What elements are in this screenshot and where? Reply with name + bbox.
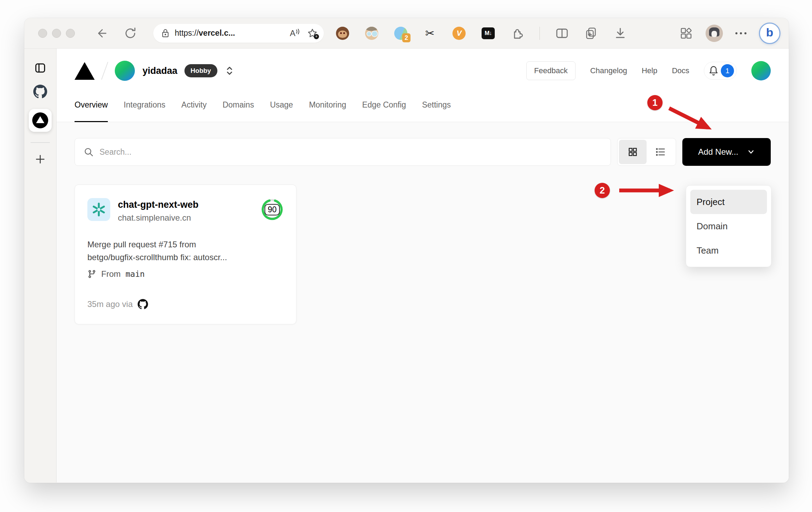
tab-integrations[interactable]: Integrations xyxy=(124,88,165,122)
browser-toolbar: https://vercel.c... A + 2 ✂ V M↓ xyxy=(24,18,789,49)
grid-view-icon xyxy=(627,146,639,158)
downloads-button[interactable] xyxy=(613,26,627,40)
browser-profile-avatar[interactable] xyxy=(706,25,723,42)
project-logo xyxy=(87,198,110,221)
help-link[interactable]: Help xyxy=(642,66,657,75)
github-icon xyxy=(138,299,148,309)
add-favorite-button[interactable]: + xyxy=(307,28,318,39)
list-view-button[interactable] xyxy=(647,140,674,164)
collections-icon xyxy=(584,26,598,40)
view-toggle-group xyxy=(617,138,676,166)
split-screen-icon xyxy=(555,26,569,40)
close-window-button[interactable] xyxy=(38,29,47,38)
clipper-extension-icon[interactable]: ✂ xyxy=(423,26,437,40)
team-switcher-chevrons-icon[interactable] xyxy=(224,65,235,77)
minimize-window-button[interactable] xyxy=(52,29,61,38)
search-box[interactable] xyxy=(75,138,611,166)
collections-button[interactable] xyxy=(584,26,598,40)
proxy-extension-icon[interactable]: 2 xyxy=(394,26,408,40)
tab-settings[interactable]: Settings xyxy=(422,88,451,122)
project-domain[interactable]: chat.simplenaive.cn xyxy=(118,213,199,223)
search-input[interactable] xyxy=(100,147,602,157)
add-new-button[interactable]: Add New... xyxy=(682,138,771,166)
tampermonkey-extension-icon[interactable] xyxy=(336,26,349,40)
toolbar-divider xyxy=(539,27,540,40)
avatar-extension-icon[interactable] xyxy=(365,26,379,40)
github-sidebar-icon[interactable] xyxy=(33,85,47,99)
menu-item-domain[interactable]: Domain xyxy=(690,214,767,238)
branch-name[interactable]: main xyxy=(126,270,145,279)
openai-logo-icon xyxy=(91,202,107,217)
plus-icon: + xyxy=(314,34,319,39)
latest-commit-message[interactable]: Merge pull request #715 from betgo/bugfi… xyxy=(87,238,284,264)
download-icon xyxy=(613,26,627,40)
breadcrumb-slash xyxy=(101,62,108,79)
changelog-link[interactable]: Changelog xyxy=(590,66,627,75)
add-new-dropdown: Project Domain Team xyxy=(686,185,771,267)
zoom-window-button[interactable] xyxy=(66,29,75,38)
new-tab-plus-icon[interactable] xyxy=(34,153,46,165)
address-bar[interactable]: https://vercel.c... A + xyxy=(153,24,324,43)
feedback-button[interactable]: Feedback xyxy=(526,61,576,80)
sidebar-divider xyxy=(31,142,50,143)
tab-edge-config[interactable]: Edge Config xyxy=(362,88,406,122)
plan-badge: Hobby xyxy=(184,64,217,77)
tab-activity[interactable]: Activity xyxy=(181,88,207,122)
user-avatar[interactable] xyxy=(751,61,771,80)
projects-content: Add New... xyxy=(57,122,789,483)
tab-domains[interactable]: Domains xyxy=(223,88,254,122)
apps-grid-icon xyxy=(679,26,693,40)
v-extension-icon[interactable]: V xyxy=(452,26,466,40)
markdown-extension-icon[interactable]: M↓ xyxy=(481,26,495,40)
back-button[interactable] xyxy=(95,27,108,40)
url-text: https://vercel.c... xyxy=(175,28,235,38)
vercel-header: yidadaa Hobby Feedback Changelog Help Do… xyxy=(57,49,789,88)
notifications-button[interactable]: 1 xyxy=(704,62,737,80)
vercel-logo[interactable] xyxy=(75,62,95,80)
tab-monitoring[interactable]: Monitoring xyxy=(309,88,346,122)
analytics-score[interactable]: 90 xyxy=(261,198,284,221)
project-card[interactable]: chat-gpt-next-web chat.simplenaive.cn 90 xyxy=(75,185,296,324)
extensions-menu-button[interactable] xyxy=(510,26,524,40)
reload-button[interactable] xyxy=(123,26,137,40)
score-value: 90 xyxy=(265,204,280,215)
settings-menu-button[interactable] xyxy=(735,32,746,34)
git-branch-icon xyxy=(87,270,96,279)
deployment-meta: 35m ago via xyxy=(87,299,284,309)
lock-icon xyxy=(161,28,170,39)
extension-icons: 2 ✂ V M↓ xyxy=(336,26,627,40)
bing-chat-button[interactable]: b xyxy=(759,23,780,44)
tab-usage[interactable]: Usage xyxy=(270,88,293,122)
menu-item-team[interactable]: Team xyxy=(690,238,767,263)
grid-view-button[interactable] xyxy=(619,140,647,164)
branch-prefix: From xyxy=(101,269,121,279)
team-avatar[interactable] xyxy=(115,61,135,81)
sound-waves-icon xyxy=(295,28,300,36)
back-arrow-icon xyxy=(95,27,108,40)
browser-window: https://vercel.c... A + 2 ✂ V M↓ xyxy=(24,18,789,483)
extension-badge: 2 xyxy=(402,33,411,42)
reload-icon xyxy=(123,26,137,40)
sidebar-tab-vercel-active[interactable] xyxy=(29,109,52,132)
team-name[interactable]: yidadaa xyxy=(142,66,178,76)
bell-icon xyxy=(708,65,719,76)
deployed-time: 35m ago via xyxy=(87,299,133,309)
chevron-down-icon xyxy=(747,148,755,156)
window-controls[interactable] xyxy=(38,29,75,38)
list-view-icon xyxy=(655,146,666,158)
annotation-step-1-badge: 1 xyxy=(647,95,663,110)
menu-item-project[interactable]: Project xyxy=(690,190,767,214)
docs-link[interactable]: Docs xyxy=(672,66,689,75)
search-icon xyxy=(83,146,94,157)
browser-sidebar xyxy=(24,49,57,483)
puzzle-icon xyxy=(510,26,524,40)
workspaces-button[interactable] xyxy=(679,26,693,40)
split-screen-button[interactable] xyxy=(555,26,569,40)
read-aloud-button[interactable]: A xyxy=(290,28,300,38)
notification-count-badge: 1 xyxy=(721,64,734,77)
tab-overview[interactable]: Overview xyxy=(75,88,108,122)
project-name[interactable]: chat-gpt-next-web xyxy=(118,198,199,210)
sidebar-panel-icon[interactable] xyxy=(34,62,46,74)
branch-row: From main xyxy=(87,269,284,279)
annotation-step-2-badge: 2 xyxy=(595,183,610,198)
